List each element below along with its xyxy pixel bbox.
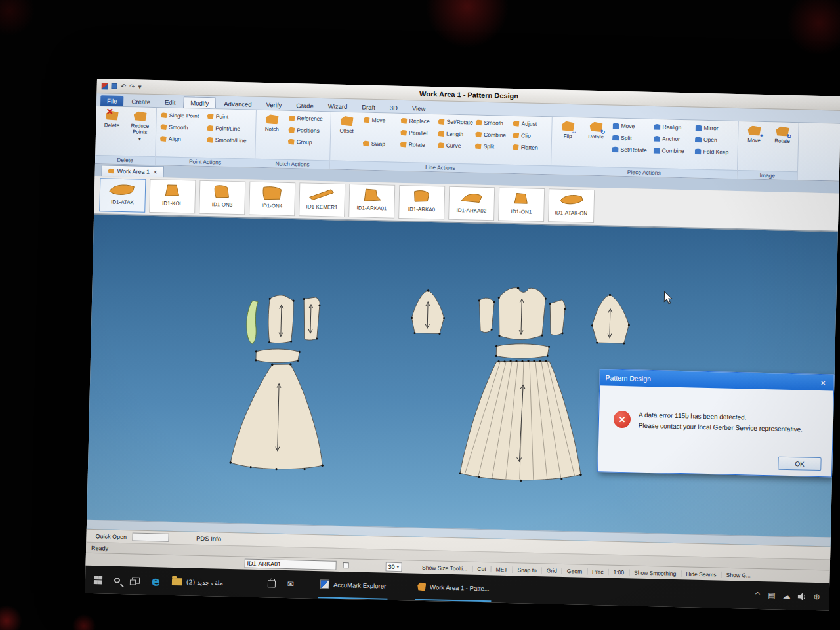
taskbar-folder-button[interactable]: ملف جديد (2) [169, 568, 225, 596]
piece-action-button[interactable]: Open [694, 133, 735, 146]
ribbon-tab[interactable]: Modify [183, 96, 216, 108]
line-action-button[interactable]: Split [474, 140, 511, 153]
point-action-button[interactable]: Single Point [159, 109, 204, 122]
piece-thumbnail[interactable]: ID1-ATAK-ON [548, 188, 595, 223]
ribbon-tab[interactable]: Wizard [322, 100, 354, 112]
piece-thumbnail[interactable]: ID1-ATAK [99, 178, 146, 213]
current-piece-field[interactable] [245, 558, 337, 570]
flip-button[interactable]: ↔ Flip [555, 118, 581, 139]
point-action-button[interactable]: Point [205, 110, 253, 123]
taskbar-edge-button[interactable]: e [150, 568, 163, 594]
notch-action-button[interactable]: Positions [287, 124, 327, 136]
taskbar-accumark-button[interactable]: AccuMark Explorer [318, 572, 388, 599]
pattern-canvas[interactable]: Pattern Design ✕ ✕ A data error 115b has… [87, 214, 838, 547]
status-toggle[interactable]: MET [491, 566, 513, 573]
tab-close-icon[interactable]: ✕ [153, 169, 158, 175]
piece-thumbnail[interactable]: ID1-ARKA0 [398, 185, 445, 220]
redo-icon[interactable]: ↷ [129, 83, 135, 90]
ribbon-tab[interactable]: File [100, 95, 124, 106]
line-action-button[interactable]: Clip [511, 129, 549, 142]
status-checkbox[interactable] [343, 562, 349, 568]
line-action-button[interactable]: Swap [362, 138, 399, 150]
status-toggle[interactable]: Hide Seams [681, 570, 721, 578]
line-action-button[interactable]: Combine [474, 129, 511, 141]
onedrive-cloud-icon[interactable]: ☁ [783, 592, 791, 600]
start-button[interactable] [92, 566, 105, 593]
point-action-button[interactable]: Smooth [159, 121, 203, 134]
point-action-button[interactable]: Smooth/Line [205, 134, 253, 147]
tray-chevron-icon[interactable]: ^ [754, 591, 761, 599]
zoom-select[interactable]: 30 ▾ [385, 562, 402, 572]
line-action-button[interactable]: Adjust [511, 117, 549, 130]
piece-thumbnail[interactable]: ID1-ON1 [498, 187, 545, 222]
point-action-button[interactable]: Point/Line [205, 122, 253, 135]
pattern-piece-small-b[interactable] [549, 299, 566, 335]
ribbon-tab[interactable]: 3D [383, 102, 405, 113]
status-toggle[interactable]: Geom [562, 567, 587, 574]
reduce-points-button[interactable]: Reduce Points ▾ [127, 108, 154, 142]
save-icon[interactable] [112, 83, 117, 89]
line-action-button[interactable]: Smooth [474, 117, 511, 129]
piece-action-button[interactable]: Fold Keep [693, 145, 734, 158]
line-action-button[interactable]: Rotate [399, 138, 436, 151]
pattern-piece-small-a[interactable] [478, 298, 494, 333]
line-action-button[interactable]: Curve [436, 139, 474, 152]
line-action-button[interactable]: Flatten [511, 141, 549, 154]
notch-action-button[interactable]: Group [287, 136, 327, 148]
ribbon-tab[interactable]: View [406, 102, 432, 114]
task-view-button[interactable] [130, 567, 142, 593]
pattern-piece-selected-panel[interactable] [246, 300, 258, 343]
status-toggle[interactable]: Grid [541, 567, 562, 574]
qat-customize-icon[interactable]: ▾ [138, 83, 141, 90]
rotate-piece-button[interactable]: ↻ Rotate [583, 119, 610, 140]
dialog-close-icon[interactable]: ✕ [818, 379, 829, 386]
piece-action-button[interactable]: Mirror [694, 121, 735, 134]
piece-action-button[interactable]: Combine [652, 144, 693, 157]
volume-icon[interactable] [798, 592, 807, 600]
pattern-piece-waistband-2[interactable] [496, 343, 549, 359]
piece-thumbnail[interactable]: ID1-ON3 [199, 180, 245, 215]
pattern-piece-waistband[interactable] [256, 348, 299, 363]
ribbon-tab[interactable]: Draft [355, 101, 382, 112]
notch-button[interactable]: Notch [259, 112, 285, 133]
piece-action-button[interactable]: Anchor [652, 133, 694, 145]
piece-thumbnail[interactable]: ID1-ARKA01 [348, 184, 395, 219]
status-toggle[interactable]: Cut [472, 565, 490, 572]
piece-thumbnail[interactable]: ID1-ON4 [249, 182, 295, 217]
piece-action-button[interactable]: Set/Rotate [610, 143, 652, 156]
offset-button[interactable]: Offset [333, 114, 360, 135]
piece-action-button[interactable]: Split [611, 131, 652, 144]
taskbar-workarea-button[interactable]: Work Area 1 - Patte... [415, 574, 492, 602]
ribbon-tab[interactable]: Edit [158, 96, 182, 108]
pattern-piece-skirt-front[interactable] [230, 363, 325, 470]
image-rotate-button[interactable]: ↻ Rotate [769, 123, 796, 144]
status-toggle[interactable]: 1:00 [608, 568, 629, 576]
status-toggle[interactable]: Show Smoothing [629, 569, 681, 577]
status-toggle[interactable]: Snap to [512, 566, 541, 574]
line-action-button[interactable]: Parallel [399, 127, 436, 139]
ribbon-tab[interactable]: Create [125, 96, 157, 107]
delete-button[interactable]: ✕ Delete [98, 108, 125, 129]
notch-action-button[interactable]: Reference [287, 112, 327, 125]
piece-action-button[interactable]: Move [611, 119, 652, 132]
ribbon-tab[interactable]: Grade [289, 100, 320, 111]
taskbar-store-button[interactable] [265, 570, 278, 597]
piece-thumbnail[interactable]: ID1-KOL [149, 179, 196, 214]
line-action-button[interactable]: Replace [399, 115, 436, 127]
piece-action-button[interactable]: Realign [652, 121, 694, 133]
tray-window-icon[interactable]: ▤ [768, 591, 776, 599]
line-action-button[interactable]: Set/Rotate [436, 116, 474, 128]
status-toggle[interactable]: Show G... [721, 571, 756, 578]
line-action-button[interactable]: Move [362, 114, 399, 127]
quick-open-input[interactable] [132, 532, 169, 541]
taskbar-mail-button[interactable]: ✉ [285, 571, 296, 597]
ribbon-tab[interactable]: Advanced [217, 98, 259, 109]
undo-icon[interactable]: ↶ [121, 83, 127, 89]
ribbon-tab[interactable]: Verify [259, 99, 288, 110]
status-toggle[interactable]: Prec [587, 568, 608, 575]
image-move-button[interactable]: + Move [741, 123, 768, 144]
status-toggle[interactable]: Show Size Toolti... [417, 564, 472, 572]
pattern-piece-side-panel[interactable] [303, 297, 320, 341]
piece-thumbnail[interactable]: ID1-KEMER1 [299, 182, 345, 217]
network-globe-icon[interactable]: ⊕ [814, 593, 820, 600]
